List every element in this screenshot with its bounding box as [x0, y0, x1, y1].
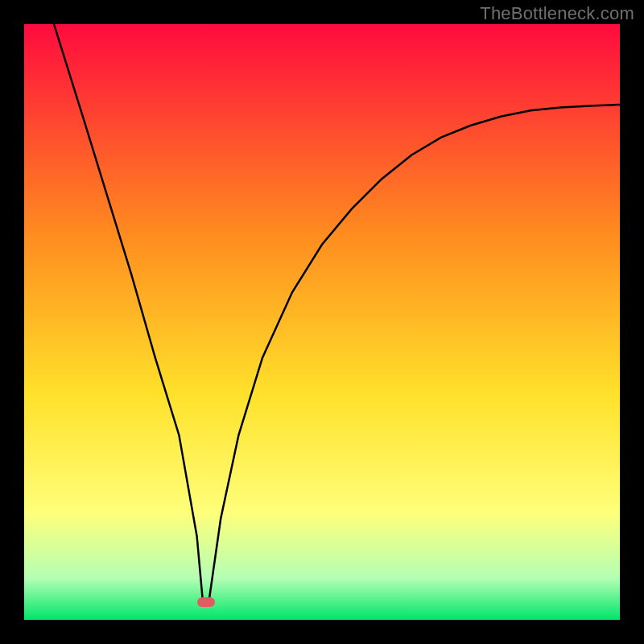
optimal-marker-dot — [197, 597, 215, 607]
chart-frame: TheBottleneck.com — [0, 0, 644, 644]
chart-svg — [24, 24, 620, 620]
watermark-text: TheBottleneck.com — [480, 3, 634, 24]
gradient-background — [24, 24, 620, 620]
plot-area — [24, 24, 620, 620]
